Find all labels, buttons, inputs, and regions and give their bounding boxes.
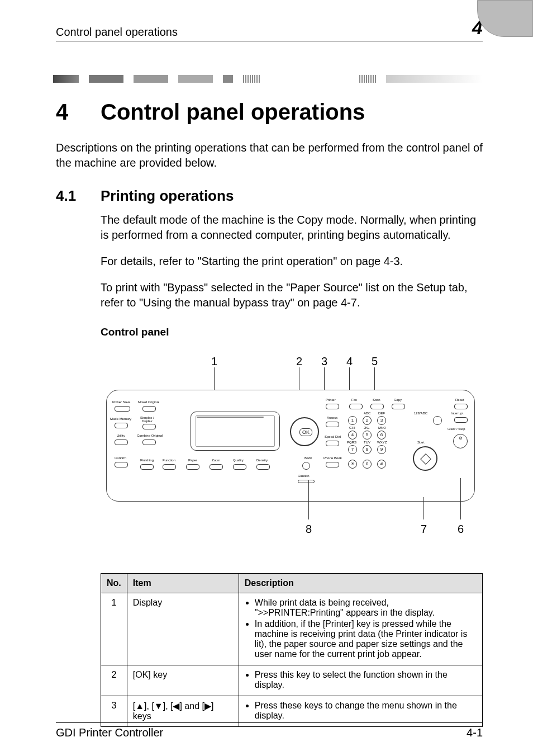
- printer-button[interactable]: [326, 404, 339, 409]
- control-panel-label: Control panel: [101, 326, 483, 338]
- confirm-button[interactable]: [115, 462, 128, 467]
- callout-line: [299, 367, 299, 390]
- desc-bullet: In addition, if the [Printer] key is pre…: [255, 619, 477, 659]
- ok-dial[interactable]: [290, 417, 319, 446]
- keypad-2[interactable]: 2: [363, 416, 372, 425]
- description-table: No. Item Description 1DisplayWhile print…: [101, 573, 483, 727]
- density-button[interactable]: [256, 464, 270, 470]
- label-mixed-original: Mixed Original: [138, 400, 159, 404]
- phone-book-button[interactable]: [326, 462, 339, 467]
- decorative-bar: [53, 75, 483, 83]
- combine-original-button[interactable]: [142, 440, 156, 445]
- keypad-star[interactable]: ✳: [348, 460, 357, 469]
- access-button[interactable]: [326, 422, 339, 427]
- label-clear-stop: Clear / Stop: [448, 427, 465, 431]
- label-jkl: JKL: [364, 426, 369, 429]
- copy-button[interactable]: [392, 404, 405, 409]
- keypad-4[interactable]: 4: [348, 431, 357, 440]
- mixed-original-button[interactable]: [142, 406, 156, 412]
- speed-dial-button[interactable]: [326, 441, 339, 446]
- section-heading: 4.1Printing operations: [56, 187, 483, 205]
- label-start: Start: [417, 441, 425, 444]
- label-phone-book: Phone Book: [323, 456, 342, 460]
- desc-bullet: Press this key to select the function sh…: [255, 670, 477, 690]
- keypad-3[interactable]: 3: [377, 416, 386, 425]
- back-button[interactable]: [302, 462, 310, 470]
- callout-line: [324, 367, 325, 390]
- start-button[interactable]: [413, 446, 437, 471]
- keypad-5[interactable]: 5: [363, 431, 372, 440]
- label-back: Back: [304, 456, 312, 460]
- label-mode-memory: Mode Memory: [110, 417, 131, 420]
- callout-line: [349, 367, 350, 390]
- quality-button[interactable]: [233, 464, 246, 470]
- display-inner: [196, 415, 275, 447]
- keypad-8[interactable]: 8: [363, 445, 372, 454]
- cell-desc: While print data is being received, ">>P…: [239, 593, 482, 665]
- finishing-button[interactable]: [140, 464, 154, 470]
- chapter-title: Control panel operations: [101, 100, 365, 124]
- clear-stop-button[interactable]: ⊘: [453, 434, 468, 448]
- th-desc: Description: [239, 574, 482, 593]
- body-paragraph-1: The default mode of the machine is the C…: [101, 212, 483, 243]
- label-def: DEF: [378, 412, 385, 415]
- body-paragraph-2: For details, refer to "Starting the prin…: [101, 254, 483, 269]
- label-wxyz: WXYZ: [377, 441, 387, 444]
- utility-button[interactable]: [115, 440, 128, 445]
- keypad-9[interactable]: 9: [377, 445, 386, 454]
- interrupt-button[interactable]: [454, 417, 468, 423]
- control-panel-diagram: 1 2 3 4 5 Power Save Mixed Original Mode…: [101, 355, 483, 545]
- cell-desc: Press this key to select the function sh…: [239, 665, 482, 696]
- callout-6: 6: [458, 523, 464, 536]
- intro-paragraph: Descriptions on the printing operations …: [56, 140, 483, 171]
- keypad-hash[interactable]: #: [377, 460, 386, 469]
- keypad-7[interactable]: 7: [348, 445, 357, 454]
- label-tuv: TUV: [364, 441, 370, 444]
- n123abc-button[interactable]: [433, 416, 442, 425]
- label-printer: Printer: [326, 398, 336, 401]
- paper-button[interactable]: [186, 464, 199, 470]
- scan-button[interactable]: [370, 404, 384, 409]
- callout-line: [423, 497, 424, 519]
- keypad-0[interactable]: 0: [363, 460, 372, 469]
- reset-button[interactable]: [454, 404, 468, 409]
- mode-memory-button[interactable]: [115, 423, 128, 428]
- label-speed-dial: Speed Dial: [325, 435, 341, 438]
- keypad-6[interactable]: 6: [377, 431, 386, 440]
- control-panel-outline: Power Save Mixed Original Mode Memory Si…: [106, 390, 475, 502]
- label-copy: Copy: [394, 398, 402, 401]
- label-function: Function: [163, 459, 175, 462]
- display-line: [197, 417, 264, 418]
- callout-7: 7: [421, 523, 427, 536]
- label-density: Density: [256, 459, 268, 462]
- power-save-button[interactable]: [115, 406, 130, 412]
- label-finishing: Finishing: [140, 459, 154, 462]
- keypad-1[interactable]: 1: [348, 416, 357, 425]
- callout-line: [308, 480, 309, 519]
- label-combine: Combine Original: [137, 434, 163, 437]
- zoom-button[interactable]: [210, 464, 223, 470]
- function-button[interactable]: [163, 464, 176, 470]
- header-title: Control panel operations: [56, 26, 178, 39]
- label-quality: Quality: [233, 459, 244, 462]
- label-mno: MNO: [378, 426, 386, 429]
- label-access: Access: [327, 416, 337, 419]
- simplex-duplex-button[interactable]: [142, 424, 156, 429]
- label-pqrs: PQRS: [347, 441, 356, 444]
- label-reset: Reset: [455, 398, 464, 401]
- body-paragraph-3: To print with "Bypass" selected in the "…: [101, 280, 483, 310]
- callout-8: 8: [306, 523, 312, 536]
- chapter-heading: 4Control panel operations: [56, 100, 483, 125]
- label-simplex-duplex: Simplex / Duplex: [140, 416, 154, 423]
- section-title: Printing operations: [101, 187, 234, 204]
- callout-2: 2: [296, 355, 302, 368]
- page-ear-corner: [477, 0, 533, 37]
- fax-button[interactable]: [349, 404, 363, 409]
- cell-item: Display: [127, 593, 239, 665]
- label-scan: Scan: [373, 398, 380, 401]
- cell-item: [OK] key: [127, 665, 239, 696]
- label-fax: Fax: [351, 398, 357, 401]
- caution-indicator: [298, 480, 315, 483]
- start-diamond-icon: [420, 453, 431, 465]
- section-number: 4.1: [56, 187, 101, 205]
